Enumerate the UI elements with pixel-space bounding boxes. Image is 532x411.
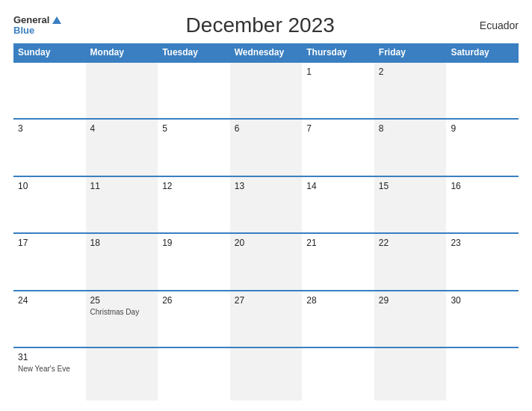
cell-3-1: 10 — [13, 177, 86, 232]
cal-date: 20 — [235, 238, 298, 248]
cell-2-3: 5 — [158, 120, 230, 175]
cal-date: 15 — [379, 181, 442, 191]
cell-2-2: 4 — [86, 120, 158, 175]
logo: General Blue — [13, 15, 61, 37]
calendar: Sunday Monday Tuesday Wednesday Thursday… — [13, 43, 519, 401]
cell-3-5: 14 — [302, 177, 374, 232]
cell-6-5 — [302, 348, 374, 401]
cell-6-6 — [374, 348, 447, 401]
header-tuesday: Tuesday — [158, 43, 230, 61]
cal-date: 6 — [235, 123, 298, 134]
week-5: 2425Christmas Day2627282930 — [13, 290, 519, 347]
cell-3-3: 12 — [158, 177, 230, 232]
header-friday: Friday — [374, 43, 447, 61]
week-4: 17181920212223 — [13, 232, 519, 289]
cal-date: 12 — [162, 181, 226, 191]
cell-1-4 — [230, 63, 303, 118]
cal-date: 13 — [235, 181, 298, 191]
cell-4-2: 18 — [86, 234, 158, 289]
cell-3-6: 15 — [374, 177, 447, 232]
cell-1-3 — [158, 63, 230, 118]
cell-6-7 — [446, 348, 519, 401]
cell-4-6: 22 — [374, 234, 447, 289]
cal-date: 17 — [18, 238, 81, 248]
cell-5-3: 26 — [158, 291, 230, 347]
cell-6-3 — [158, 348, 230, 401]
cell-5-1: 24 — [13, 291, 86, 347]
calendar-body: 1234567891011121314151617181920212223242… — [13, 61, 519, 401]
cell-5-7: 30 — [446, 291, 519, 347]
cell-6-1: 31New Year's Eve — [13, 348, 86, 401]
header-thursday: Thursday — [302, 43, 374, 61]
cal-date: 7 — [306, 123, 370, 134]
cal-date: 2 — [379, 67, 442, 77]
cal-date: 28 — [306, 295, 370, 306]
cal-date: 21 — [306, 238, 370, 248]
cal-date: 3 — [18, 123, 81, 134]
cal-date: 24 — [18, 295, 81, 306]
cal-date: 23 — [451, 238, 514, 248]
cell-4-1: 17 — [13, 234, 86, 289]
cell-4-5: 21 — [302, 234, 374, 289]
cell-5-5: 28 — [302, 291, 374, 347]
header-saturday: Saturday — [446, 43, 519, 61]
cell-1-1 — [13, 63, 86, 118]
cal-event: Christmas Day — [90, 307, 154, 317]
cell-1-5: 1 — [302, 63, 374, 118]
cal-date: 11 — [90, 181, 154, 191]
cell-2-6: 8 — [374, 120, 447, 175]
cal-event: New Year's Eve — [18, 364, 81, 374]
cell-1-2 — [86, 63, 158, 118]
cell-5-2: 25Christmas Day — [86, 291, 158, 347]
cell-2-4: 6 — [230, 120, 303, 175]
header: General Blue December 2023 Ecuador — [13, 13, 519, 37]
cal-date: 25 — [90, 295, 154, 306]
cell-4-7: 23 — [446, 234, 519, 289]
calendar-page: General Blue December 2023 Ecuador Sunda… — [0, 0, 532, 411]
cell-2-7: 9 — [446, 120, 519, 175]
cell-5-4: 27 — [230, 291, 303, 347]
cell-2-5: 7 — [302, 120, 374, 175]
cal-date: 29 — [379, 295, 442, 306]
cell-2-1: 3 — [13, 120, 86, 175]
logo-blue-text: Blue — [13, 25, 61, 36]
cal-date: 8 — [379, 123, 442, 134]
week-3: 10111213141516 — [13, 176, 519, 232]
cal-date: 26 — [162, 295, 226, 306]
cal-date: 4 — [90, 123, 154, 134]
cal-date: 14 — [306, 181, 370, 191]
cell-4-4: 20 — [230, 234, 303, 289]
header-wednesday: Wednesday — [230, 43, 303, 61]
cal-date: 9 — [451, 123, 514, 134]
week-1: 12 — [13, 61, 519, 118]
header-sunday: Sunday — [13, 43, 86, 61]
cal-date: 27 — [235, 295, 298, 306]
logo-general-text: General — [13, 15, 49, 25]
cell-1-6: 2 — [374, 63, 447, 118]
cell-3-7: 16 — [446, 177, 519, 232]
week-6: 31New Year's Eve — [13, 347, 519, 401]
cell-3-4: 13 — [230, 177, 303, 232]
cal-date: 31 — [18, 352, 81, 362]
logo-triangle-icon — [52, 16, 61, 24]
cal-date: 30 — [451, 295, 514, 306]
cal-date: 18 — [90, 238, 154, 248]
cell-6-2 — [86, 348, 158, 401]
cal-date: 22 — [379, 238, 442, 248]
cal-date: 5 — [162, 123, 226, 134]
cal-date: 19 — [162, 238, 226, 248]
cal-date: 10 — [18, 181, 81, 191]
country-label: Ecuador — [459, 19, 519, 31]
cell-1-7 — [446, 63, 519, 118]
cal-date: 1 — [306, 67, 370, 77]
cell-4-3: 19 — [158, 234, 230, 289]
cal-date: 16 — [451, 181, 514, 191]
day-headers: Sunday Monday Tuesday Wednesday Thursday… — [13, 43, 519, 61]
week-2: 3456789 — [13, 118, 519, 175]
header-monday: Monday — [86, 43, 158, 61]
cell-6-4 — [230, 348, 303, 401]
cell-3-2: 11 — [86, 177, 158, 232]
month-title: December 2023 — [61, 13, 459, 37]
logo-row: General — [13, 15, 61, 25]
cell-5-6: 29 — [374, 291, 447, 347]
